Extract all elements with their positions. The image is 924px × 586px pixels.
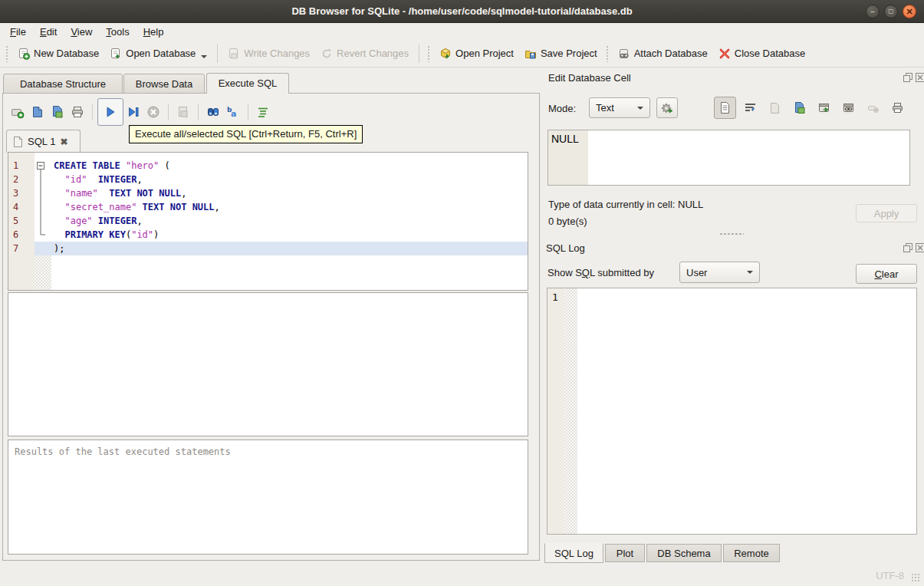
sql-document-tab-label: SQL 1 (28, 136, 55, 147)
execute-line-button[interactable] (123, 102, 143, 122)
import-file-icon (768, 101, 781, 114)
toolbar-grip[interactable] (5, 45, 9, 62)
open-database-label: Open Database (126, 48, 196, 59)
open-database-button[interactable]: Open Database (104, 44, 212, 64)
close-dock-button[interactable] (916, 73, 924, 84)
mode-value: Text (596, 102, 614, 114)
code-line-2[interactable]: 2 "id" INTEGER, (8, 173, 528, 186)
write-changes-button[interactable]: Write Changes (222, 44, 315, 64)
execute-all-button[interactable] (97, 98, 123, 126)
sql-code-editor[interactable]: 1CREATE TABLE "hero" (2 "id" INTEGER,3 "… (8, 152, 528, 291)
line-number: 6 (8, 228, 35, 242)
sql-document-icon (13, 137, 23, 147)
south-tab-db-schema[interactable]: DB Schema (646, 544, 722, 562)
word-wrap-button[interactable] (739, 97, 761, 119)
tab-execute-sql[interactable]: Execute SQL (206, 73, 289, 94)
open-sql-file-button[interactable] (28, 102, 48, 122)
south-tab-plot[interactable]: Plot (605, 544, 645, 562)
line-number: 4 (8, 200, 35, 214)
float-dock-button[interactable] (903, 243, 912, 255)
code-line-5[interactable]: 5 "age" INTEGER, (8, 214, 528, 228)
execute-tooltip: Execute all/selected SQL [Ctrl+Return, F… (129, 125, 363, 143)
sql-toolbar-separator (168, 104, 169, 120)
format-sql-button[interactable] (253, 102, 273, 122)
save-project-icon (524, 48, 537, 60)
log-line-number: 1 (547, 288, 564, 534)
open-database-dropdown-icon[interactable] (201, 55, 207, 58)
chevron-down-icon (747, 271, 753, 274)
revert-changes-button[interactable]: Revert Changes (315, 44, 414, 64)
stop-button[interactable] (143, 102, 163, 122)
print-cell-icon (891, 101, 904, 114)
sql-document-tab[interactable]: SQL 1 ✖ (6, 130, 81, 153)
tab-database-structure[interactable]: Database Structure (3, 74, 123, 94)
menu-file[interactable]: File (3, 25, 33, 39)
export-file-icon (793, 101, 806, 114)
close-database-button[interactable]: Close Database (713, 44, 811, 64)
close-button[interactable]: ✕ (903, 5, 916, 18)
cell-value-editor[interactable]: NULL (547, 130, 910, 186)
clear-log-button[interactable]: Clear (856, 264, 917, 284)
menu-help[interactable]: Help (136, 25, 171, 39)
toolbar-grip[interactable] (606, 45, 610, 62)
maximize-button[interactable]: ▢ (884, 5, 898, 18)
copy-link-button[interactable] (837, 97, 860, 119)
code-text: "secret_name" TEXT NOT NULL, (51, 200, 528, 214)
title-bar[interactable]: DB Browser for SQLite - /home/user/code/… (0, 0, 924, 23)
find-replace-button[interactable] (203, 102, 223, 122)
tab-browse-data[interactable]: Browse Data (123, 74, 205, 94)
apply-button[interactable]: Apply (856, 204, 917, 222)
set-null-button[interactable] (862, 97, 884, 119)
code-line-3[interactable]: 3 "name" TEXT NOT NULL, (8, 186, 528, 200)
save-results-icon (176, 105, 190, 119)
sql-log-editor[interactable]: 1 (547, 288, 917, 535)
open-project-button[interactable]: Open Project (434, 44, 519, 64)
new-tab-button[interactable] (8, 102, 28, 122)
south-tab-sql-log[interactable]: SQL Log (544, 543, 603, 563)
results-grid-pane[interactable] (8, 292, 528, 436)
import-file-button[interactable] (764, 97, 786, 119)
code-line-6[interactable]: 6 PRIMARY KEY("id") (8, 228, 528, 242)
minimize-button[interactable]: − (866, 5, 880, 18)
float-dock-button[interactable] (903, 73, 912, 84)
mode-combobox[interactable]: Text (589, 97, 650, 118)
log-filter-combobox[interactable]: User (679, 262, 760, 283)
code-line-1[interactable]: 1CREATE TABLE "hero" ( (8, 159, 528, 173)
print-cell-button[interactable] (886, 97, 909, 119)
close-dock-button[interactable] (916, 243, 924, 255)
code-lines: 1CREATE TABLE "hero" (2 "id" INTEGER,3 "… (8, 159, 528, 255)
code-line-7[interactable]: 7); (8, 242, 528, 255)
new-database-label: New Database (34, 48, 99, 59)
save-project-button[interactable]: Save Project (519, 44, 603, 64)
attach-database-button[interactable]: Attach Database (613, 44, 713, 64)
menu-tools[interactable]: Tools (99, 25, 136, 39)
close-dock-icon (916, 243, 924, 252)
cell-type-info: Type of data currently in cell: NULL (548, 199, 703, 210)
menu-edit[interactable]: Edit (33, 25, 64, 39)
apply-import-button[interactable] (656, 97, 678, 118)
attach-database-label: Attach Database (634, 48, 708, 59)
save-sql-file-button[interactable] (48, 102, 67, 122)
save-results-button[interactable] (173, 102, 193, 122)
dock-splitter[interactable] (719, 232, 744, 235)
print-sql-button[interactable] (67, 102, 87, 122)
south-tab-remote[interactable]: Remote (723, 544, 780, 562)
svg-text:a: a (231, 109, 236, 119)
resize-grip-icon[interactable] (911, 573, 921, 583)
toolbar-grip[interactable] (427, 45, 431, 62)
code-line-4[interactable]: 4 "secret_name" TEXT NOT NULL, (8, 200, 528, 214)
menu-view[interactable]: View (64, 25, 99, 39)
results-placeholder: Results of the last executed statements (8, 440, 528, 457)
autocomplete-button[interactable]: b a (223, 102, 243, 122)
close-sql-tab-icon[interactable]: ✖ (60, 137, 67, 147)
export-file-button[interactable] (788, 97, 811, 119)
close-database-icon (718, 48, 731, 60)
text-view-button[interactable] (714, 97, 736, 119)
fold-marker-icon[interactable] (35, 159, 51, 173)
encoding-indicator[interactable]: UTF-8 (876, 570, 904, 581)
toolbar-separator (217, 44, 218, 63)
float-dock-icon (903, 73, 912, 82)
external-app-button[interactable] (813, 97, 835, 119)
results-message-pane[interactable]: Results of the last executed statements (8, 440, 528, 555)
new-database-button[interactable]: New Database (12, 44, 104, 64)
